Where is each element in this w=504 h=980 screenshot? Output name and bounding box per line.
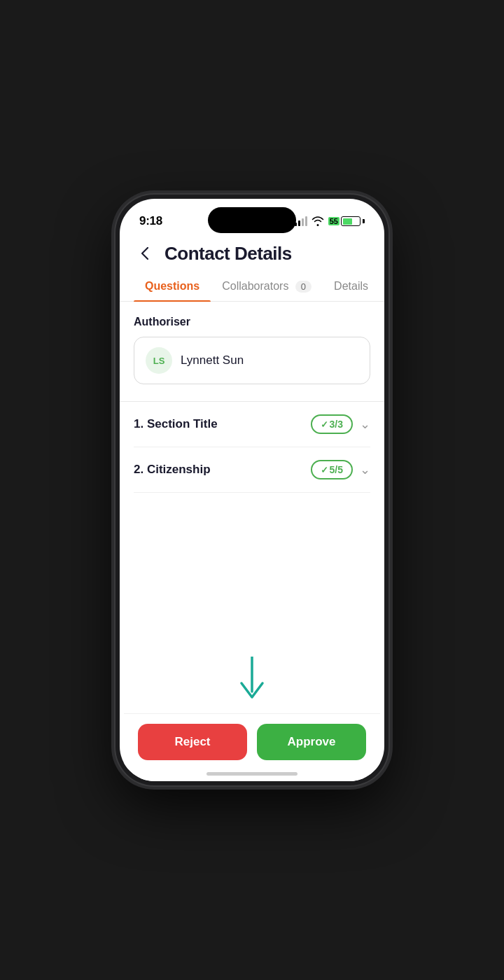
dynamic-island [208,207,296,233]
section-2-badge: ✓5/5 [311,460,353,479]
authoriser-label: Authoriser [134,316,370,328]
section-1-right: ✓3/3 ⌄ [311,414,370,434]
page-title: Contact Details [164,243,292,265]
tab-questions[interactable]: Questions [134,272,211,301]
tabs-bar: Questions Collaborators 0 Details [120,272,384,302]
chevron-down-icon-2: ⌄ [360,462,370,477]
checkmark-icon-2: ✓ [321,465,328,475]
tab-details[interactable]: Details [323,272,379,301]
wifi-icon [312,216,324,226]
home-indicator [206,772,298,776]
reject-button[interactable]: Reject [138,724,247,760]
signal-icon [295,216,307,226]
authoriser-box: LS Lynnett Sun [134,337,370,384]
approve-button[interactable]: Approve [257,724,366,760]
back-button[interactable] [134,242,156,265]
section-1-badge: ✓3/3 [311,414,353,434]
collaborators-badge: 0 [295,281,312,293]
tab-collaborators[interactable]: Collaborators 0 [211,272,323,301]
checkmark-icon: ✓ [321,419,328,430]
bottom-action-bar: Reject Approve [124,713,380,781]
main-content: Authoriser LS Lynnett Sun 1. Section Tit… [120,302,384,781]
header: Contact Details [120,234,384,272]
authoriser-name: Lynnett Sun [181,354,244,368]
section-2-right: ✓5/5 ⌄ [311,460,370,479]
status-time: 9:18 [139,214,162,228]
battery-icon: 55 [328,216,365,226]
section-1-row[interactable]: 1. Section Title ✓3/3 ⌄ [134,402,370,447]
section-2-row[interactable]: 2. Citizenship ✓5/5 ⌄ [134,447,370,493]
status-icons: 55 [295,216,365,226]
avatar: LS [146,347,172,374]
section-1-title: 1. Section Title [134,417,218,431]
section-2-title: 2. Citizenship [134,463,211,477]
chevron-down-icon: ⌄ [360,416,370,432]
